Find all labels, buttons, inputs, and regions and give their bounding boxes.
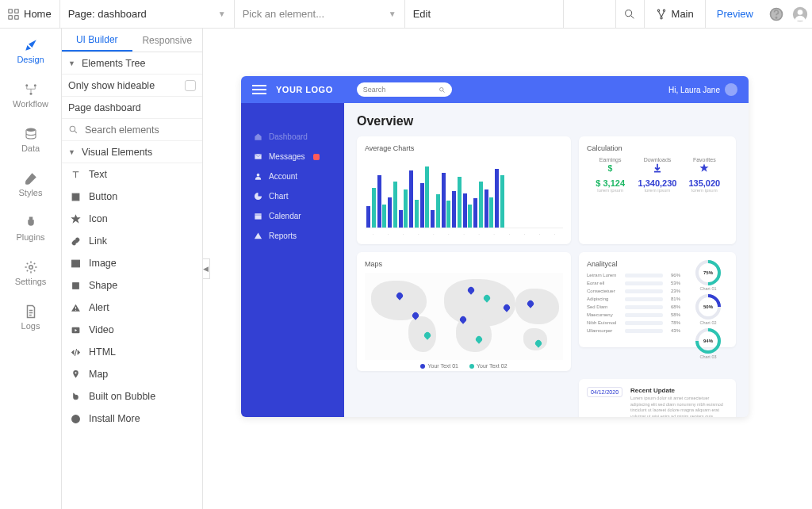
calc-sub: lorem ipsum (681, 188, 728, 193)
rail-label: Data (21, 144, 40, 153)
rail-item-workflow[interactable]: Workflow (0, 73, 61, 117)
element-type-label: Alert (89, 302, 109, 313)
visual-element-item[interactable]: Install More (62, 408, 202, 430)
elements-tree-toggle[interactable]: ▼ Elements Tree (62, 52, 202, 75)
nav-messages[interactable]: Messages (241, 147, 344, 166)
only-show-hideable-row[interactable]: Only show hideable (62, 75, 202, 97)
legend-item: Your Text 01 (420, 363, 458, 369)
nav-chart[interactable]: Chart (241, 186, 344, 206)
card-title: Calculation (587, 144, 728, 152)
svg-rect-1 (15, 9, 18, 12)
home-button[interactable]: Home (0, 0, 60, 28)
rail-item-logs[interactable]: Logs (0, 295, 61, 339)
user-greeting[interactable]: Hi, Laura Jane (668, 83, 737, 96)
only-show-hideable-label: Only show hideable (68, 80, 155, 91)
chevron-down-icon: ▼ (389, 10, 396, 18)
nav-account[interactable]: Account (241, 166, 344, 186)
elements-tree-label: Elements Tree (82, 58, 146, 69)
visual-element-item[interactable]: Shape (62, 274, 202, 297)
calc-favorites: Favorites 135,020 lorem ipsum (681, 157, 728, 193)
analytical-label: Adipiscing (587, 297, 622, 301)
svg-point-25 (75, 309, 75, 310)
database-icon (24, 127, 38, 141)
visual-elements-toggle[interactable]: ▼ Visual Elements (62, 141, 202, 163)
svg-point-30 (439, 87, 443, 91)
chevron-down-icon: ▼ (218, 10, 226, 18)
search-elements-input[interactable] (85, 124, 203, 136)
visual-element-item[interactable]: HTML (62, 341, 202, 363)
help-button[interactable] (764, 6, 788, 22)
chevron-down-icon: ▼ (68, 59, 75, 67)
visual-element-item[interactable]: Video (62, 319, 202, 341)
visual-elements-list: TextButtonIconLinkImageShapeAlertVideoHT… (62, 163, 202, 430)
rail-item-data[interactable]: Data (0, 117, 61, 162)
hamburger-icon[interactable] (252, 85, 266, 94)
account-avatar[interactable] (788, 6, 812, 22)
preview-button[interactable]: Preview (705, 0, 764, 28)
svg-rect-34 (255, 213, 261, 219)
visual-element-item[interactable]: Map (62, 363, 202, 385)
rail-label: Styles (19, 188, 43, 197)
visual-element-item[interactable]: Alert (62, 297, 202, 319)
logo-text: YOUR LOGO (276, 85, 333, 94)
visual-element-item[interactable]: Text (62, 163, 202, 186)
branch-selector[interactable]: Main (644, 0, 705, 28)
rail-item-settings[interactable]: Settings (0, 251, 61, 295)
rail-label: Plugins (16, 232, 44, 242)
main-area: Design Workflow Data Styles Plugins Sett… (0, 29, 812, 509)
element-type-label: Map (89, 369, 108, 380)
search-button[interactable] (615, 0, 644, 28)
brush-icon (24, 171, 38, 186)
analytical-pct: 81% (666, 297, 680, 301)
panel-collapse-handle[interactable]: ◀ (203, 258, 210, 279)
star-icon (699, 163, 710, 174)
analytical-row: Nibh Euismod78% (587, 320, 680, 325)
analytical-label: Ullamcorper (587, 328, 622, 333)
svg-rect-24 (75, 306, 75, 308)
rail-item-plugins[interactable]: Plugins (0, 206, 61, 251)
element-picker[interactable]: Pick an element... ▼ (235, 0, 405, 28)
visual-element-item[interactable]: Link (62, 230, 202, 252)
analytical-pct: 68% (666, 304, 680, 309)
workflow-icon (24, 82, 38, 97)
design-icon (24, 38, 38, 52)
card-title: Analitycal (587, 260, 680, 268)
progress-ring: 50% (695, 294, 721, 320)
nav-calendar[interactable]: Calendar (241, 206, 344, 226)
analytical-row: Consectetuer23% (587, 289, 680, 293)
panel-tabs: UI Builder Responsive (62, 29, 202, 52)
rail-item-styles[interactable]: Styles (0, 162, 61, 206)
dashboard-preview[interactable]: YOUR LOGO Search Hi, Laura Jane Dashboar… (241, 76, 749, 417)
tab-ui-builder[interactable]: UI Builder (62, 29, 132, 52)
visual-element-item[interactable]: Built on Bubble (62, 385, 202, 408)
visual-element-item[interactable]: Icon (62, 208, 202, 230)
search-icon (439, 86, 446, 94)
nav-dashboard[interactable]: Dashboard (241, 127, 344, 147)
user-icon (792, 6, 808, 22)
dashboard-search[interactable]: Search (357, 82, 452, 97)
rail-item-design[interactable]: Design (0, 29, 61, 73)
analytical-pct: 53% (666, 281, 680, 285)
element-type-label: Video (89, 324, 114, 335)
visual-element-item[interactable]: Button (62, 186, 202, 208)
gear-icon (24, 260, 38, 274)
preview-label: Preview (717, 8, 753, 20)
branch-label: Main (672, 8, 694, 20)
visual-element-item[interactable]: Image (62, 252, 202, 274)
page-dashboard-row[interactable]: Page dashboard (62, 97, 202, 119)
rail-label: Design (17, 55, 44, 64)
element-type-icon (70, 236, 81, 247)
edit-mode-dropdown[interactable]: Edit (405, 0, 564, 28)
chevron-down-icon: ▼ (68, 148, 75, 156)
analytical-row: Adipiscing81% (587, 297, 680, 301)
calc-sub: lorem ipsum (587, 188, 634, 193)
tab-responsive[interactable]: Responsive (132, 29, 203, 52)
analytical-pct: 43% (666, 328, 680, 333)
help-icon (768, 6, 784, 22)
progress-ring: 94% (695, 328, 721, 354)
hideable-checkbox[interactable] (185, 80, 196, 91)
page-selector[interactable]: Page: dashboard ▼ (60, 0, 235, 28)
nav-reports[interactable]: Reports (241, 226, 344, 246)
element-type-icon (70, 258, 81, 269)
design-canvas[interactable]: ◀ YOUR LOGO Search Hi, Laura Jane Dashbo… (203, 29, 812, 509)
